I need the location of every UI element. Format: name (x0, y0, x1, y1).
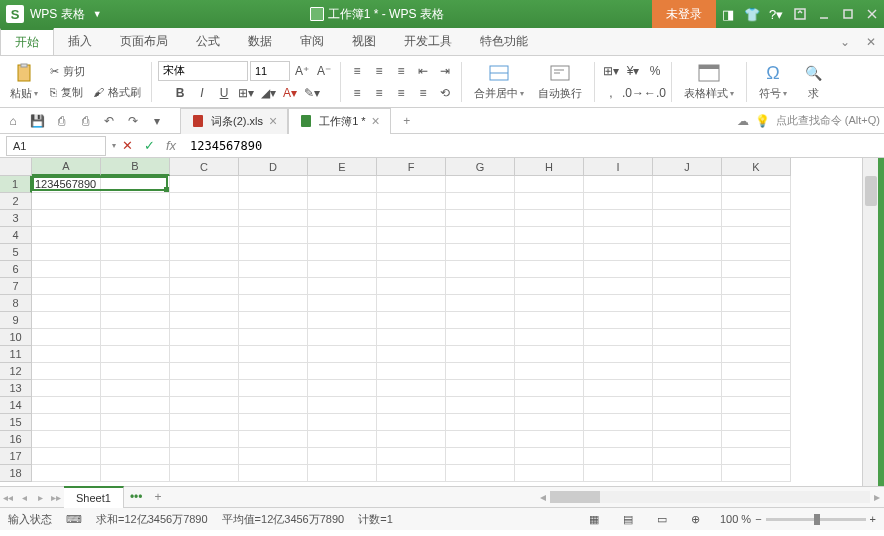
cell[interactable] (653, 244, 722, 261)
cell[interactable] (308, 210, 377, 227)
zoom-out-button[interactable]: − (755, 513, 761, 525)
cell[interactable] (446, 227, 515, 244)
sheet-tab[interactable]: Sheet1 (64, 486, 124, 508)
cell[interactable] (101, 363, 170, 380)
cell[interactable] (32, 261, 101, 278)
cell[interactable] (515, 397, 584, 414)
decrease-font-icon[interactable]: A⁻ (314, 61, 334, 81)
cell[interactable] (722, 295, 791, 312)
cell[interactable] (515, 465, 584, 482)
cell[interactable] (722, 431, 791, 448)
table-style-button[interactable]: 表格样式▾ (678, 60, 740, 103)
page-layout-icon[interactable]: ▤ (618, 511, 638, 527)
cell[interactable] (32, 278, 101, 295)
cell[interactable] (170, 176, 239, 193)
document-tab[interactable]: 工作簿1 *× (288, 108, 391, 134)
cell[interactable] (32, 380, 101, 397)
column-header[interactable]: E (308, 158, 377, 176)
cell[interactable] (515, 244, 584, 261)
cell[interactable]: 1234567890 (32, 176, 101, 193)
cell[interactable] (308, 363, 377, 380)
cell[interactable] (101, 380, 170, 397)
align-middle-icon[interactable]: ≡ (369, 61, 389, 81)
row-header[interactable]: 15 (0, 414, 32, 431)
cell[interactable] (170, 329, 239, 346)
cell[interactable] (584, 363, 653, 380)
fill-color-button[interactable]: ◢▾ (258, 83, 278, 103)
cell[interactable] (515, 193, 584, 210)
cell[interactable] (584, 193, 653, 210)
cell[interactable] (239, 312, 308, 329)
cell[interactable] (584, 380, 653, 397)
select-all-corner[interactable] (0, 158, 32, 176)
name-box[interactable]: A1 (6, 136, 106, 156)
cell[interactable] (584, 431, 653, 448)
row-header[interactable]: 3 (0, 210, 32, 227)
cell[interactable] (101, 278, 170, 295)
cell[interactable] (653, 329, 722, 346)
sheet-nav-next[interactable]: ▸ (32, 492, 48, 503)
cell[interactable] (584, 176, 653, 193)
close-tab-icon[interactable]: × (372, 113, 380, 129)
cell[interactable] (515, 363, 584, 380)
cell[interactable] (308, 465, 377, 482)
cell[interactable] (377, 448, 446, 465)
add-sheet-button[interactable]: + (148, 490, 167, 504)
cell[interactable] (653, 380, 722, 397)
cell[interactable] (653, 363, 722, 380)
cell[interactable] (377, 193, 446, 210)
percent-icon[interactable]: % (645, 61, 665, 81)
increase-font-icon[interactable]: A⁺ (292, 61, 312, 81)
cell[interactable] (653, 312, 722, 329)
italic-button[interactable]: I (192, 83, 212, 103)
cell[interactable] (653, 397, 722, 414)
confirm-icon[interactable]: ✓ (138, 138, 160, 153)
row-header[interactable]: 11 (0, 346, 32, 363)
cell[interactable] (308, 431, 377, 448)
cell[interactable] (515, 448, 584, 465)
align-top-icon[interactable]: ≡ (347, 61, 367, 81)
redo-icon[interactable]: ↷ (124, 112, 142, 130)
column-header[interactable]: C (170, 158, 239, 176)
indent-decrease-icon[interactable]: ⇤ (413, 61, 433, 81)
cell[interactable] (653, 414, 722, 431)
zoom-slider[interactable] (766, 518, 866, 521)
row-header[interactable]: 16 (0, 431, 32, 448)
page-break-icon[interactable]: ▭ (652, 511, 672, 527)
column-header[interactable]: I (584, 158, 653, 176)
format-painter-button[interactable]: 🖌格式刷 (89, 83, 145, 102)
cell[interactable] (32, 346, 101, 363)
row-header[interactable]: 10 (0, 329, 32, 346)
help-icon[interactable]: ?▾ (764, 0, 788, 28)
column-header[interactable]: H (515, 158, 584, 176)
cell[interactable] (653, 295, 722, 312)
menu-tab-7[interactable]: 开发工具 (390, 28, 466, 55)
sheet-nav-first[interactable]: ◂◂ (0, 492, 16, 503)
row-header[interactable]: 14 (0, 397, 32, 414)
cell[interactable] (308, 329, 377, 346)
cell[interactable] (722, 261, 791, 278)
cell[interactable] (377, 329, 446, 346)
cell[interactable] (101, 414, 170, 431)
cell[interactable] (170, 312, 239, 329)
align-right-icon[interactable]: ≡ (391, 83, 411, 103)
merge-center-button[interactable]: 合并居中▾ (468, 60, 530, 103)
cell[interactable] (584, 227, 653, 244)
cell[interactable] (377, 414, 446, 431)
cell[interactable] (377, 227, 446, 244)
row-header[interactable]: 9 (0, 312, 32, 329)
cell[interactable] (101, 346, 170, 363)
underline-button[interactable]: U (214, 83, 234, 103)
cell[interactable] (653, 176, 722, 193)
cell[interactable] (584, 295, 653, 312)
cell[interactable] (32, 227, 101, 244)
justify-icon[interactable]: ≡ (413, 83, 433, 103)
new-tab-button[interactable]: + (397, 114, 417, 128)
cell[interactable] (170, 227, 239, 244)
cell[interactable] (239, 244, 308, 261)
cell[interactable] (653, 346, 722, 363)
sheet-nav-last[interactable]: ▸▸ (48, 492, 64, 503)
cell[interactable] (515, 295, 584, 312)
border-button[interactable]: ⊞▾ (236, 83, 256, 103)
cell[interactable] (584, 346, 653, 363)
